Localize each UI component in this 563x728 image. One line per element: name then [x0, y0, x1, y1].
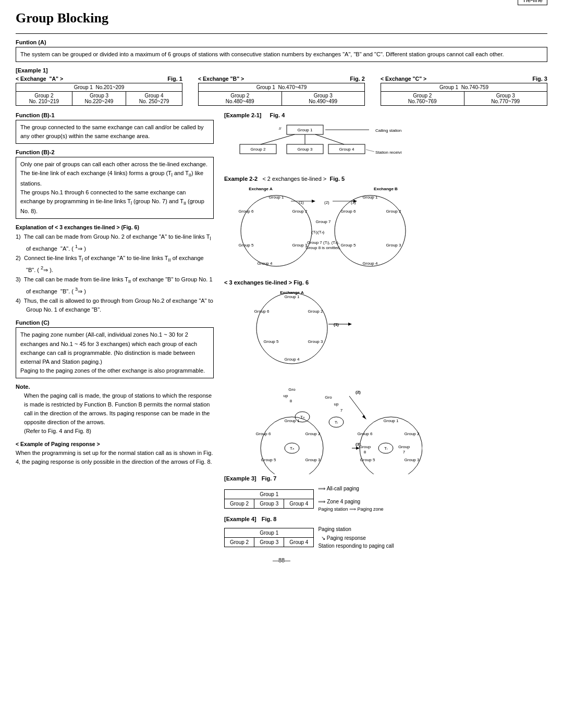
svg-text:(3): (3) [356, 442, 361, 447]
exchange-b-block: < Exchange "B" > Fig. 2 Group 1 No.470~4… [198, 76, 365, 106]
svg-text:(2): (2) [324, 200, 329, 205]
example2-2-label: Example 2-2 [224, 176, 258, 182]
main-two-col: Function (B)-1 The group connected to th… [16, 112, 547, 549]
svg-line-5 [315, 134, 344, 144]
exchange-c-row1: Group 1 No.740-759 [381, 83, 547, 92]
svg-point-45 [256, 293, 327, 364]
fig6-diagram: Exchange A Group 1 Group 2 Group 3 Group… [224, 287, 547, 475]
example3-fig: Fig. 7 [262, 475, 277, 482]
svg-text:Group 4: Group 4 [258, 261, 273, 266]
svg-text:Group 6: Group 6 [239, 209, 254, 214]
exchange-a-row1: Group 1 No.201~209 [16, 83, 182, 92]
exchange-c-group2: Group 2No.760~769 [381, 92, 464, 106]
svg-text:8: 8 [364, 450, 366, 454]
svg-text:Group 2: Group 2 [251, 147, 266, 152]
left-column: Function (B)-1 The group connected to th… [16, 112, 214, 549]
exchange-b-table: Group 1 No.470~479 Group 2No.480~489 Gro… [198, 83, 365, 106]
example3-label: [Example 3] [224, 475, 256, 482]
fig8-paging-station: Paging station [318, 526, 394, 532]
svg-text:Group 5: Group 5 [360, 458, 375, 462]
example1-label: [Example 1] [16, 67, 547, 73]
svg-text:up: up [284, 393, 288, 398]
svg-point-68 [261, 417, 323, 474]
ex3-group3: Group 3 [254, 499, 284, 508]
svg-text:8: 8 [290, 399, 292, 403]
svg-text:Group 1: Group 1 [384, 418, 399, 423]
example2-1-label: [Example 2-1] [224, 112, 262, 118]
svg-text:7: 7 [340, 408, 343, 413]
fig4-diagram: Group 1 // Group 2 Group 3 Group 4 [224, 122, 547, 170]
function-b1-label: Function (B)-1 [16, 112, 214, 118]
svg-text:Group 6: Group 6 [358, 431, 373, 436]
example4-labels: Paging station ↘ Paging response Station… [318, 526, 394, 549]
fig6-label-text: < 3 exchanges tie-lined > Fig. 6 [224, 279, 309, 286]
ex3-group1: Group 1 [225, 489, 314, 499]
exchange-b-group2: Group 2No.480~489 [199, 92, 282, 106]
example3-arrows: ⟹ All-call paging ⟹ Zone 4 paging Paging… [318, 486, 383, 512]
svg-text:(Tₗ)(Tₙ): (Tₗ)(Tₙ) [312, 230, 325, 235]
svg-text:Group 6: Group 6 [256, 431, 271, 436]
svg-text:Tₙ: Tₙ [290, 446, 294, 451]
example2-2-section: Example 2-2 < 2 exchanges tie-lined > Fi… [224, 176, 547, 182]
svg-text:Group 1: Group 1 [285, 418, 300, 423]
ex4-group1: Group 1 [225, 528, 314, 538]
fig5-svg: Exchange A Exchange B Group 1 Group 2 Gr… [224, 184, 422, 275]
ex4-group2: Group 2 [225, 538, 254, 547]
svg-marker-42 [312, 200, 315, 203]
svg-text:Tₗ: Tₗ [335, 420, 338, 425]
function-c-label: Function (C) [16, 319, 214, 326]
example4-section: [Example 4] Fig. 8 Group 1 Group 2 Group… [224, 516, 547, 549]
svg-text:Group 6: Group 6 [341, 209, 356, 214]
svg-point-19 [241, 195, 312, 266]
example2-2-sublabel: < 2 exchanges tie-lined > [259, 176, 328, 182]
fig8-paging-response: Paging response [327, 535, 366, 541]
svg-text:up: up [334, 402, 339, 406]
svg-text:Group 5: Group 5 [341, 243, 356, 248]
example2-1-fig: Fig. 4 [270, 112, 285, 118]
exchange-a-title: < Exchange "A" > [16, 76, 63, 82]
svg-text:Gro: Gro [288, 387, 296, 392]
example4-fig: Fig. 8 [262, 516, 277, 522]
svg-text:Group: Group [359, 445, 371, 449]
svg-text:Calling station: Calling station [375, 128, 401, 133]
svg-text:Group 5: Group 5 [239, 243, 254, 248]
svg-text:Group 2: Group 2 [386, 209, 401, 214]
paging-response-content: When the programming is set up for the n… [16, 449, 214, 466]
paging-station-label: Paging station [318, 507, 348, 512]
exchange-b-row1: Group 1 No.470~479 [199, 83, 365, 92]
function-b2-content: Only one pair of groups can call each ot… [16, 157, 214, 219]
svg-text:Group 7: Group 7 [316, 219, 331, 224]
exchange-c-block: < Exchange "C" > Fig. 3 Group 1 No.740-7… [381, 76, 547, 106]
svg-text:Group 6: Group 6 [254, 309, 270, 314]
svg-text:Group 4: Group 4 [285, 357, 300, 362]
exchange-a-group3: Group 3No.220~249 [72, 92, 126, 106]
svg-text:Tₗ: Tₗ [384, 446, 387, 451]
svg-text:Group: Group [398, 445, 410, 449]
exchange-c-title: < Exchange "C" > [381, 76, 426, 82]
funtion-a-content: The system can be grouped or divided int… [16, 47, 547, 62]
page-title: Group Blocking [16, 10, 108, 26]
exchange-a-group4: Group 4No. 250~279 [126, 92, 182, 106]
example3-section: [Example 3] Fig. 7 Group 1 Group 2 Group… [224, 475, 547, 512]
svg-text:7: 7 [403, 450, 406, 454]
exchange-a-block: < Exchange "A" > Fig. 1 Group 1 No.201~2… [16, 76, 182, 106]
example2-1-section: [Example 2-1] Fig. 4 Group 1 // G [224, 112, 547, 170]
svg-text:Group 2: Group 2 [292, 209, 308, 214]
svg-text:Group 3: Group 3 [298, 147, 313, 152]
svg-text:Group 3: Group 3 [308, 339, 323, 344]
exchange-a-fig: Fig. 1 [167, 76, 182, 83]
svg-text:Group 2: Group 2 [405, 431, 420, 436]
exchange-a-group2: Group 2No. 210~219 [16, 92, 72, 106]
function-b1-section: Function (B)-1 The group connected to th… [16, 112, 214, 144]
explanation-item-4: 4) Thus, the call is allowed to go throu… [16, 297, 214, 314]
ex3-group4: Group 4 [284, 499, 314, 508]
svg-line-16 [366, 150, 374, 152]
svg-text:(2): (2) [356, 390, 361, 394]
function-b1-content: The group connected to the same exchange… [16, 120, 214, 144]
svg-text:Group 8 is omitted.: Group 8 is omitted. [305, 245, 341, 250]
tie-line-badge: Tie-line [518, 0, 547, 5]
exchange-section: < Exchange "A" > Fig. 1 Group 1 No.201~2… [16, 76, 547, 106]
explanation-3ex-section: Explanation of < 3 exchanges tie-lined >… [16, 224, 214, 314]
paging-response-label: < Example of Paging response > [16, 441, 214, 447]
function-b2-label: Function (B)-2 [16, 149, 214, 155]
